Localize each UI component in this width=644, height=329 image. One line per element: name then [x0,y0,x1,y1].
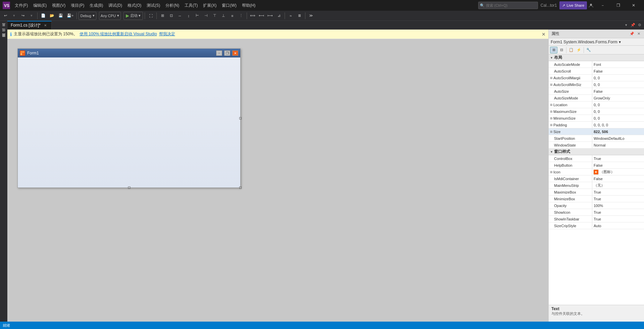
expand-icon-1[interactable]: ⊞ [550,76,553,80]
prop-value-icon[interactable]: ■ （图标） [592,169,644,174]
prop-value-controlbox[interactable]: True [592,157,644,161]
section-layout-header[interactable]: ▼ 布局 [549,54,644,61]
redo-dropdown[interactable]: ▾ [28,12,36,20]
props-categorized-button[interactable]: ⊞ [550,47,557,53]
redo-button[interactable]: ↪ [19,12,27,20]
toolbar-btn-8[interactable]: ⊥ [219,12,228,20]
toolbar-btn-10[interactable]: ⋮ [237,12,245,20]
expand-icon-3[interactable]: ⊞ [550,103,553,107]
props-events-button[interactable]: ⚡ [575,47,583,53]
prop-value-maximizebox[interactable]: True [592,190,644,194]
prop-value-showicon[interactable]: True [592,210,644,214]
menu-help[interactable]: 帮助(H) [239,1,258,10]
toolbar-btn-1[interactable]: ⊞ [158,12,166,20]
open-button[interactable]: 📂 [48,12,56,20]
menu-analyze[interactable]: 分析(N) [163,1,182,10]
toolbar-btn-16[interactable]: ≣ [295,12,303,20]
search-input[interactable] [486,3,536,7]
resize-handle-bottom-right[interactable] [239,187,242,189]
toolbar-btn-5[interactable]: ⊢ [193,12,201,20]
form-body[interactable] [18,57,240,188]
notification-link-help[interactable]: 帮我决定 [159,31,175,37]
form-close-button[interactable]: ✕ [232,50,238,56]
menu-view[interactable]: 视图(V) [49,1,68,10]
prop-value-windowstate[interactable]: Normal [592,143,644,147]
tab-close-icon[interactable]: ✕ [43,23,48,28]
prop-value-autoscrollminsize[interactable]: 0, 0 [592,83,644,87]
menu-tools[interactable]: 工具(T) [182,1,200,10]
minimize-button[interactable]: － [595,0,610,11]
prop-value-autoscroll[interactable]: False [592,69,644,73]
undo-dropdown[interactable]: ▾ [10,12,18,20]
expand-icon-2[interactable]: ⊞ [550,83,553,86]
menu-format[interactable]: 格式(O) [125,1,144,10]
props-properties-button[interactable]: 📋 [567,47,575,53]
tab-pin-button[interactable]: 📌 [630,22,636,28]
expand-icon-6[interactable]: ⊞ [550,123,553,127]
prop-value-size[interactable]: 822, 506 [592,130,644,134]
prop-value-showintaskbar[interactable]: True [592,217,644,221]
prop-value-autoscrollmargin[interactable]: 0, 0 [592,76,644,80]
form-minimize-button[interactable]: － [216,50,222,56]
toolbar-btn-12[interactable]: ⟻ [257,12,265,20]
toolbar-btn-6[interactable]: ⊣ [202,12,210,20]
new-project-button[interactable]: 📄 [39,12,47,20]
toolbar-btn-7[interactable]: ⊤ [211,12,219,20]
props-close-button[interactable]: ✕ [636,31,641,37]
menu-build[interactable]: 生成(B) [87,1,106,10]
resize-handle-right-mid[interactable] [239,117,242,119]
menu-edit[interactable]: 编辑(E) [31,1,49,10]
toolbar-btn-14[interactable]: ⊿ [275,12,283,20]
debug-config-dropdown[interactable]: Debug ▾ [79,12,96,20]
menu-test[interactable]: 测试(S) [144,1,163,10]
sidebar-toolbox[interactable]: 工具箱 [1,28,7,30]
prop-value-location[interactable]: 0, 0 [592,103,644,107]
customize-toolbar-button[interactable]: ≫ [307,12,315,20]
props-type-arrow[interactable]: ▾ [619,40,621,44]
prop-value-mainmenustrip[interactable]: （无） [592,183,644,188]
toolbar-btn-11[interactable]: ⟺ [249,12,257,20]
platform-dropdown[interactable]: Any CPU ▾ [99,12,121,20]
menu-file[interactable]: 文件(F) [12,1,31,10]
close-button[interactable]: ✕ [626,0,641,11]
restore-button[interactable]: ❐ [610,0,626,11]
props-propertypages-button[interactable]: 🔧 [585,47,592,53]
tab-form1-design[interactable]: Form1.cs [设计]* ✕ [7,21,52,29]
toolbar-btn-3[interactable]: ↔ [176,12,184,20]
sidebar-solution-explorer[interactable]: 解决方案资源管理器 [1,38,7,41]
toolbar-btn-4[interactable]: ↕ [185,12,193,20]
profile-button[interactable] [587,1,595,9]
search-box[interactable]: 🔍 [478,2,538,9]
run-button[interactable]: ▶ 启动 ▾ [123,12,143,20]
section-windowstyle-header[interactable]: ▼ 窗口样式 [549,149,644,155]
undo-button[interactable]: ↩ [1,12,9,20]
prop-value-maximumsize[interactable]: 0, 0 [592,110,644,114]
prop-value-sizegripstyle[interactable]: Auto [592,224,644,228]
menu-debug[interactable]: 调试(D) [106,1,125,10]
prop-value-autosizemode[interactable]: GrowOnly [592,96,644,100]
props-pin-button[interactable]: 📌 [629,31,635,37]
toolbar-btn-2[interactable]: ⊡ [167,12,175,20]
expand-icon-4[interactable]: ⊞ [550,110,553,113]
tab-list-button[interactable]: ▾ [623,22,629,28]
save-all-button[interactable]: 💾+ [65,12,75,20]
expand-icon-5[interactable]: ⊞ [550,117,553,120]
toolbar-btn-15[interactable]: ≈ [287,12,295,20]
prop-value-ismdicontainer[interactable]: False [592,177,644,181]
prop-value-padding[interactable]: 0, 0, 0, 0 [592,123,644,127]
prop-value-minimizebox[interactable]: True [592,197,644,201]
sidebar-properties[interactable]: 属性 [1,33,7,36]
prop-value-startposition[interactable]: WindowsDefaultLo [592,136,644,140]
prop-value-opacity[interactable]: 100% [592,204,644,208]
toolbar-btn-9[interactable]: ≡ [228,12,236,20]
resize-handle-bottom-mid[interactable] [128,187,130,189]
props-alphabetical-button[interactable]: ⊟ [558,47,565,53]
save-button[interactable]: 💾 [57,12,65,20]
expand-icon-8[interactable]: ⊞ [550,170,553,174]
prop-value-minimumsize[interactable]: 0, 0 [592,116,644,120]
notification-link-restart[interactable]: 使用 100% 缩放比例重新启动 Visual Studio [80,31,157,37]
prop-value-autosize[interactable]: False [592,89,644,93]
form-restore-button[interactable]: ❐ [224,50,230,56]
expand-icon-7[interactable]: ⊞ [550,130,553,133]
menu-extensions[interactable]: 扩展(X) [200,1,219,10]
